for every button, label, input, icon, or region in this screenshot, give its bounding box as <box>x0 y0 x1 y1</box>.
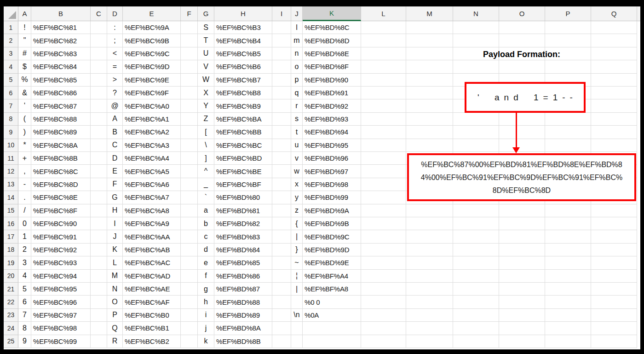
cell-P17[interactable] <box>545 230 591 243</box>
cell-N2[interactable] <box>453 34 499 47</box>
cell-J8[interactable]: s <box>291 113 303 126</box>
cell-G17[interactable]: c <box>198 230 214 243</box>
row-header-6[interactable]: 6 <box>4 87 18 99</box>
row-header-15[interactable]: 15 <box>4 204 18 217</box>
cell-H2[interactable]: %EF%BC%B4 <box>214 34 272 47</box>
cell-N22[interactable] <box>453 296 499 308</box>
cell-N17[interactable] <box>453 230 499 243</box>
cell-C11[interactable] <box>91 152 107 165</box>
cell-Q15[interactable] <box>591 204 637 217</box>
row-header-24[interactable]: 24 <box>4 322 18 335</box>
row-header-13[interactable]: 13 <box>4 178 18 191</box>
cell-K18[interactable]: %EF%BD%9D <box>303 244 361 256</box>
cell-O4[interactable] <box>499 60 545 73</box>
cell-K15[interactable]: %EF%BD%9A <box>303 204 361 217</box>
cell-B11[interactable]: %EF%BC%8B <box>31 152 91 165</box>
cell-J22[interactable] <box>291 296 303 308</box>
cell-H18[interactable]: %EF%BD%84 <box>214 244 272 256</box>
cell-C18[interactable] <box>91 244 107 256</box>
column-header-G[interactable]: G <box>198 6 214 21</box>
cell-Q24[interactable] <box>591 322 637 335</box>
cell-I20[interactable] <box>272 270 291 283</box>
cell-G10[interactable]: \ <box>198 139 214 152</box>
cell-A10[interactable]: * <box>18 139 31 152</box>
cell-J24[interactable] <box>291 322 303 335</box>
cell-K22[interactable]: %0 0 <box>303 296 361 308</box>
row-header-22[interactable]: 22 <box>4 296 18 308</box>
cell-I3[interactable] <box>272 47 291 60</box>
cell-C6[interactable] <box>91 87 107 99</box>
cell-J20[interactable]: ¦ <box>291 270 303 283</box>
cell-K19[interactable]: %EF%BD%9E <box>303 256 361 269</box>
cell-M25[interactable] <box>406 335 453 348</box>
row-header-7[interactable]: 7 <box>4 99 18 112</box>
cell-G9[interactable]: [ <box>198 126 214 139</box>
cell-O23[interactable] <box>499 309 545 322</box>
row-header-10[interactable]: 10 <box>4 139 18 152</box>
cell-H11[interactable]: %EF%BC%BD <box>214 152 272 165</box>
cell-J10[interactable]: u <box>291 139 303 152</box>
cell-O9[interactable] <box>499 126 545 139</box>
cell-K7[interactable]: %EF%BD%92 <box>303 99 361 112</box>
cell-P19[interactable] <box>545 256 591 269</box>
cell-L9[interactable] <box>361 126 406 139</box>
cell-M6[interactable] <box>406 87 453 99</box>
cell-J17[interactable]: | <box>291 230 303 243</box>
cell-E12[interactable]: %EF%BC%A5 <box>123 165 181 178</box>
cell-A5[interactable]: % <box>18 74 31 87</box>
cell-G15[interactable]: a <box>198 204 214 217</box>
cell-D18[interactable]: K <box>107 244 123 256</box>
cell-G20[interactable]: f <box>198 270 214 283</box>
cell-P2[interactable] <box>545 34 591 47</box>
cell-K20[interactable]: %EF%BF%A4 <box>303 270 361 283</box>
cell-L14[interactable] <box>361 191 406 204</box>
cell-H21[interactable]: %EF%BD%87 <box>214 283 272 296</box>
cell-B23[interactable]: %EF%BC%97 <box>31 309 91 322</box>
cell-I18[interactable] <box>272 244 291 256</box>
cell-J19[interactable]: ~ <box>291 256 303 269</box>
cell-N16[interactable] <box>453 217 499 230</box>
cell-A23[interactable]: 7 <box>18 309 31 322</box>
cell-L5[interactable] <box>361 74 406 87</box>
cell-J23[interactable]: \n <box>291 309 303 322</box>
cell-E22[interactable]: %EF%BC%AF <box>123 296 181 308</box>
row-header-21[interactable]: 21 <box>4 283 18 296</box>
cell-M23[interactable] <box>406 309 453 322</box>
column-header-E[interactable]: E <box>123 6 181 21</box>
column-header-Q[interactable]: Q <box>591 6 637 21</box>
column-header-H[interactable]: H <box>214 6 272 21</box>
cell-B12[interactable]: %EF%BC%8C <box>31 165 91 178</box>
cell-E6[interactable]: %EF%BC%9F <box>123 87 181 99</box>
cell-G2[interactable]: T <box>198 34 214 47</box>
cell-C25[interactable] <box>91 335 107 348</box>
cell-E7[interactable]: %EF%BC%A0 <box>123 99 181 112</box>
cell-A14[interactable]: . <box>18 191 31 204</box>
row-header-18[interactable]: 18 <box>4 244 18 256</box>
cell-J12[interactable]: w <box>291 165 303 178</box>
cell-D6[interactable]: ? <box>107 87 123 99</box>
cell-L10[interactable] <box>361 139 406 152</box>
cell-I13[interactable] <box>272 178 291 191</box>
cell-B24[interactable]: %EF%BC%98 <box>31 322 91 335</box>
cell-Q1[interactable] <box>591 21 637 34</box>
cell-E18[interactable]: %EF%BC%AB <box>123 244 181 256</box>
cell-D12[interactable]: E <box>107 165 123 178</box>
cell-D23[interactable]: P <box>107 309 123 322</box>
cell-H25[interactable]: %EF%BD%8B <box>214 335 272 348</box>
cell-B20[interactable]: %EF%BC%94 <box>31 270 91 283</box>
cell-L7[interactable] <box>361 99 406 112</box>
cell-J18[interactable]: } <box>291 244 303 256</box>
cell-Q6[interactable] <box>591 87 637 99</box>
cell-J6[interactable]: q <box>291 87 303 99</box>
cell-G18[interactable]: d <box>198 244 214 256</box>
column-header-K[interactable]: K <box>303 6 361 21</box>
cell-O17[interactable] <box>499 230 545 243</box>
cell-D25[interactable]: R <box>107 335 123 348</box>
cell-L12[interactable] <box>361 165 406 178</box>
cell-A16[interactable]: 0 <box>18 217 31 230</box>
payload-result-box[interactable]: %EF%BC%87%00%EF%BD%81%EF%BD%8E%EF%BD%8 4… <box>407 153 636 201</box>
cell-H14[interactable]: %EF%BD%80 <box>214 191 272 204</box>
cell-D13[interactable]: F <box>107 178 123 191</box>
cell-C23[interactable] <box>91 309 107 322</box>
cell-J14[interactable]: y <box>291 191 303 204</box>
